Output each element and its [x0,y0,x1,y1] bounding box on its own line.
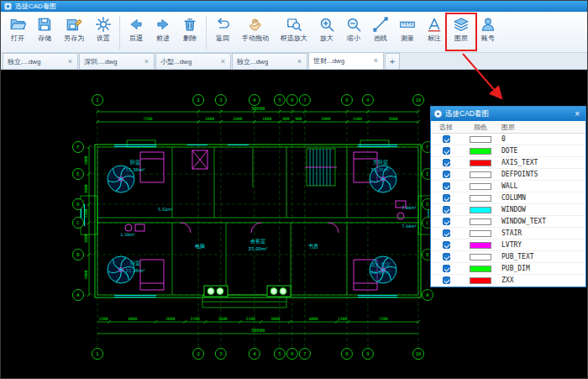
toolbar-separator [119,16,120,50]
toolbar-button-layers[interactable]: 图层 [448,14,475,51]
layer-checkbox[interactable] [443,171,450,178]
layer-color-swatch[interactable] [470,136,491,143]
svg-text:6: 6 [291,351,293,356]
svg-text:7200: 7200 [144,117,153,121]
layer-color-swatch[interactable] [470,160,491,166]
panel-close-icon[interactable]: × [572,110,582,118]
svg-text:1200: 1200 [98,317,108,321]
layer-color-swatch[interactable] [470,242,491,249]
tab-close-icon[interactable]: × [373,57,379,65]
layer-checkbox[interactable] [443,276,450,284]
dimensions: 3080030800720016002400180090090030001500… [84,106,421,334]
layer-color-swatch[interactable] [470,218,491,225]
layer-checkbox[interactable] [443,194,450,202]
layer-name: DOTE [500,147,585,155]
toolbar-button-annotate[interactable]: 标注 [421,14,448,51]
layer-name: ZXX [500,276,585,284]
tab-close-icon[interactable]: × [144,58,150,66]
toolbar-button-zoom-in[interactable]: 放大 [313,14,340,51]
layer-name: WALL [500,182,585,190]
svg-text:D: D [76,202,79,207]
layer-checkbox[interactable] [443,241,450,249]
svg-text:7: 7 [303,97,306,103]
layer-checkbox[interactable] [443,218,450,225]
toolbar-button-box-zoom[interactable]: 框选放大 [275,14,313,51]
toolbar-button-label: 删除 [183,34,197,43]
svg-text:7: 7 [303,351,306,356]
layer-check-cell [431,206,461,213]
svg-text:3000: 3000 [270,317,280,321]
svg-text:3600: 3600 [218,317,228,321]
layer-row: DOTE [431,145,585,157]
toolbar-button-label: 设置 [97,34,110,43]
svg-text:3000: 3000 [321,117,330,121]
toolbar-button-label: 测量 [401,34,414,43]
layer-panel-titlebar[interactable]: 迅捷CAD看图 × [431,107,585,121]
toolbar-button-hand-drag[interactable]: 手动拖动 [236,14,275,51]
layer-checkbox[interactable] [443,253,450,261]
tab-bar: 独立....dwg×深圳....dwg×小型...dwg×独立...dwg×世财… [1,53,587,70]
toolbar-button-save[interactable]: 存储 [31,14,58,51]
layer-color-swatch[interactable] [470,148,491,155]
svg-text:8: 8 [345,351,348,356]
app-logo-icon [4,3,12,10]
layer-checkbox[interactable] [443,147,450,155]
layer-color-swatch[interactable] [470,277,491,284]
layer-name: WINDOW [500,206,585,213]
layer-row: STAIR [431,228,585,240]
toolbar-button-forward[interactable]: 前进 [150,14,176,51]
measure-icon [399,16,416,33]
svg-text:9: 9 [366,351,369,356]
svg-text:30800: 30800 [251,106,265,111]
layer-name: 0 [500,135,585,143]
layer-color-swatch[interactable] [470,254,491,261]
tab-3[interactable]: 独立...dwg× [232,53,307,69]
panel-logo-icon [434,110,442,118]
layer-color-swatch[interactable] [470,183,491,190]
layer-color-swatch[interactable] [470,266,491,272]
tab-close-icon[interactable]: × [297,58,302,66]
forward-icon [155,16,171,33]
layer-name: WINDOW_TEXT [500,218,585,225]
layer-checkbox[interactable] [443,182,450,190]
tab-0[interactable]: 独立....dwg× [3,53,78,69]
layer-color-swatch[interactable] [470,171,491,178]
layer-color-cell [461,195,500,202]
layer-color-swatch[interactable] [470,230,491,237]
toolbar-button-open-file[interactable]: 打开 [4,14,31,51]
toolbar-button-measure[interactable]: 测量 [394,14,421,51]
layer-checkbox[interactable] [443,135,450,143]
toolbar-button-zoom-out[interactable]: 缩小 [340,14,367,51]
toolbar-button-back[interactable]: 后退 [123,14,150,51]
toolbar-button-settings[interactable]: 设置 [90,14,117,51]
add-tab-button[interactable]: + [385,53,400,69]
svg-text:7200: 7200 [379,317,388,321]
layer-color-cell [461,171,500,178]
toolbar-button-draw-line[interactable]: 画线 [367,14,394,51]
tab-1[interactable]: 深圳....dwg× [79,53,155,69]
tab-close-icon[interactable]: × [220,58,226,66]
svg-text:4800: 4800 [84,155,88,165]
layer-color-swatch[interactable] [470,195,491,202]
tab-2[interactable]: 小型...dwg× [155,53,231,69]
tab-close-icon[interactable]: × [67,58,73,66]
layer-checkbox[interactable] [443,159,450,166]
layer-check-cell [431,265,461,272]
toolbar-button-delete[interactable]: 删除 [176,14,203,51]
svg-text:7.64m²: 7.64m² [402,224,416,229]
layer-color-cell [461,148,500,155]
svg-text:F: F [426,145,428,150]
layer-color-cell [461,218,500,225]
layer-color-swatch[interactable] [470,207,491,213]
toolbar-button-label: 缩小 [347,34,360,43]
layer-name: STAIR [500,229,585,237]
toolbar-button-return[interactable]: 返回 [209,14,236,51]
svg-text:D: D [426,202,428,207]
furniture-symbols [125,150,406,290]
tab-4[interactable]: 世财...dwg× [308,52,384,69]
toolbar-button-account[interactable]: 账号 [475,14,501,51]
layer-checkbox[interactable] [443,229,450,237]
toolbar-button-save-as[interactable]: 另存为 [58,14,90,51]
layer-checkbox[interactable] [443,206,450,213]
layer-checkbox[interactable] [443,265,450,272]
